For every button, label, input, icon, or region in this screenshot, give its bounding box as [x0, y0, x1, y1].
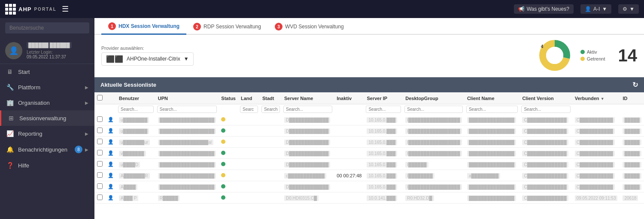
- hamburger-icon[interactable]: ☰: [62, 4, 69, 14]
- logo-portal: PORTAL: [34, 7, 56, 12]
- tab-hdx[interactable]: 1 HDX Session Verwaltung: [101, 18, 186, 35]
- building-icon: 🏢: [6, 99, 14, 106]
- provider-select[interactable]: ⬛⬛ AHPOne-Installer-Citrix ▼: [101, 52, 194, 66]
- login-label: Letzter Login:: [27, 50, 53, 55]
- search-input[interactable]: [5, 22, 89, 33]
- session-list-header: Aktuelle Sessionliste ↻: [94, 77, 644, 92]
- table-row: 👤 u████████ ██████████████████ D████████…: [94, 114, 644, 125]
- status-dot: [221, 151, 225, 155]
- search-land[interactable]: [240, 106, 258, 113]
- row-checkbox[interactable]: [97, 116, 103, 122]
- row-checkbox[interactable]: [97, 195, 103, 200]
- provider-left: Provider auswählen: ⬛⬛ AHPOne-Installer-…: [101, 46, 194, 66]
- col-stadt: Stadt: [260, 92, 282, 104]
- col-server-ip: Server IP: [364, 92, 403, 104]
- sidebar-item-reporting[interactable]: 📈 Reporting ▶: [0, 126, 94, 141]
- status-dot: [221, 173, 225, 177]
- sidebar-item-organisation[interactable]: 🏢 Organisation ▶: [0, 95, 94, 110]
- whats-new-button[interactable]: 📢 Was gibt's Neues?: [514, 4, 574, 14]
- col-verbunden[interactable]: Verbunden ▼: [572, 92, 620, 104]
- tabs-bar: 1 HDX Session Verwaltung 2 RDP Session V…: [94, 18, 644, 35]
- col-land: Land: [238, 92, 260, 104]
- sidebar-item-plattform[interactable]: 🔧 Plattform ▶: [0, 79, 94, 95]
- chart-legend: Aktiv Getrennt: [580, 49, 605, 61]
- tab-label-wvd: WVD Session Verwaltung: [285, 24, 344, 30]
- table-row: 👤 u████D ██████████████████ D███████████…: [94, 159, 644, 170]
- row-checkbox[interactable]: [97, 128, 103, 133]
- col-server-name: Server Name: [282, 92, 334, 104]
- chevron-right-icon-4: ▶: [85, 147, 88, 152]
- tab-label-hdx: HDX Session Verwaltung: [118, 23, 179, 29]
- settings-button[interactable]: ⚙ ▼: [618, 4, 639, 14]
- row-checkbox[interactable]: [97, 139, 103, 144]
- user-avatar-icon: 👤: [108, 173, 114, 178]
- sidebar-label-start: Start: [18, 69, 30, 75]
- table-row: 👤 u████████ ██████████████████ D████████…: [94, 125, 644, 137]
- sort-down-icon: ▼: [601, 97, 605, 101]
- chart-icon: 📈: [6, 130, 14, 137]
- row-checkbox[interactable]: [97, 161, 103, 167]
- col-inaktiv: Inaktiv: [334, 92, 364, 104]
- search-box: [0, 18, 94, 38]
- user-menu-button[interactable]: 👤 A-I ▼: [580, 4, 611, 14]
- provider-label: Provider auswählen:: [101, 46, 194, 51]
- table-row: 👤 u███████ur ████████████████al D███████…: [94, 137, 644, 148]
- tab-badge-1: 1: [108, 22, 116, 30]
- tab-wvd[interactable]: 3 WVD Session Verwaltung: [268, 18, 351, 34]
- user-name: ██████ ██████: [27, 42, 72, 48]
- col-client-version: Client Version: [519, 92, 572, 104]
- session-list-title: Aktuelle Sessionliste: [100, 82, 156, 88]
- whats-new-label: Was gibt's Neues?: [527, 6, 569, 12]
- sidebar-item-sessionverwaltung[interactable]: ⊞ Sessionverwaltung: [0, 110, 94, 126]
- col-user-icon: [105, 92, 116, 104]
- avatar: 👤: [5, 42, 22, 59]
- select-all-checkbox[interactable]: [97, 95, 103, 100]
- legend-getrennt-label: Getrennt: [587, 56, 605, 61]
- search-client-name[interactable]: [466, 106, 518, 113]
- chevron-right-icon-2: ▶: [85, 100, 88, 105]
- table-row: 👤 v███████ ██████████████████ D█████████…: [94, 148, 644, 159]
- sidebar-label-reporting: Reporting: [18, 131, 42, 137]
- search-client-version[interactable]: [521, 106, 570, 113]
- search-benutzer[interactable]: [118, 106, 154, 113]
- provider-chevron-icon: ▼: [184, 56, 189, 62]
- refresh-button[interactable]: ↻: [632, 81, 638, 89]
- row-checkbox[interactable]: [97, 183, 103, 189]
- provider-row: Provider auswählen: ⬛⬛ AHPOne-Installer-…: [94, 35, 644, 77]
- chart-label-aktiv: 4: [541, 44, 544, 49]
- session-table-wrapper: Benutzer UPN Status Land Stadt Server Na…: [94, 92, 644, 219]
- sidebar-item-hilfe[interactable]: ❓ Hilfe: [0, 158, 94, 173]
- tab-rdp[interactable]: 2 RDP Session Verwaltung: [186, 18, 268, 34]
- bell-icon: 🔔: [6, 146, 14, 153]
- wrench-icon: 🔧: [6, 84, 14, 91]
- status-dot: [221, 184, 225, 189]
- search-stadt[interactable]: [261, 106, 280, 113]
- monitor-icon: 🖥: [6, 68, 14, 75]
- sidebar: 👤 ██████ ██████ Letzter Login: 09.05.202…: [0, 18, 94, 219]
- search-ip[interactable]: [366, 106, 401, 113]
- col-client-name: Client Name: [465, 92, 520, 104]
- col-checkbox: [94, 92, 105, 104]
- gear-icon: ⚙: [623, 6, 627, 12]
- search-desktop[interactable]: [404, 106, 463, 113]
- row-checkbox[interactable]: [97, 150, 103, 155]
- row-checkbox[interactable]: [97, 172, 103, 178]
- notification-badge: 8: [75, 146, 82, 153]
- search-upn[interactable]: [157, 106, 217, 113]
- provider-icon: ⬛⬛: [106, 55, 123, 63]
- ahp-logo: AHP PORTAL: [5, 4, 57, 15]
- status-dot: [221, 140, 225, 144]
- sidebar-label-session: Sessionverwaltung: [19, 115, 66, 122]
- content-area: 1 HDX Session Verwaltung 2 RDP Session V…: [94, 18, 644, 219]
- search-server[interactable]: [283, 106, 332, 113]
- chevron-down-icon: ▼: [602, 6, 607, 12]
- user-label: A-I: [593, 6, 600, 12]
- sidebar-label-hilfe: Hilfe: [18, 162, 29, 169]
- logo-dots-icon: [5, 4, 16, 15]
- legend-getrennt-dot: [580, 57, 585, 61]
- sidebar-item-benachrichtigungen[interactable]: 🔔 Benachrichtigungen 8 ▶: [0, 141, 94, 158]
- sidebar-label-organisation: Organisation: [18, 100, 50, 106]
- sidebar-item-start[interactable]: 🖥 Start: [0, 64, 94, 79]
- table-row: 👤 A███████R ██████████████████ c████████…: [94, 170, 644, 181]
- chart-section: 10 4 Aktiv Getrennt 14: [538, 38, 637, 73]
